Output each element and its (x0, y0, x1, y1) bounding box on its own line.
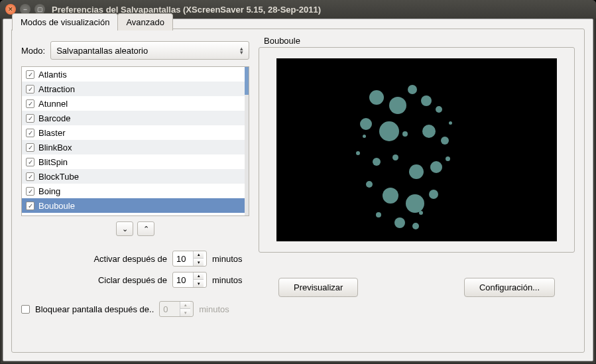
cycle-after-input[interactable] (173, 275, 193, 285)
saver-name: Barcode (38, 113, 70, 123)
saver-checkbox[interactable] (26, 85, 34, 93)
saver-checkbox[interactable] (26, 70, 34, 79)
cycle-after-spinner[interactable]: ▴▾ (172, 272, 207, 288)
list-scrollbar[interactable] (245, 67, 249, 215)
list-item[interactable]: Barcode (22, 111, 249, 125)
cycle-after-label: Ciclar después de (21, 275, 167, 285)
preview-button[interactable]: Previsualizar (278, 278, 358, 297)
saver-checkbox[interactable] (26, 143, 34, 152)
list-item[interactable]: Atunnel (22, 96, 249, 111)
mode-combo[interactable]: Salvapantallas aleatorio ▴▾ (50, 41, 249, 60)
spinner-down-icon[interactable]: ▾ (193, 259, 204, 266)
preview-canvas (276, 58, 557, 241)
lock-checkbox[interactable] (21, 305, 30, 314)
tab-advanced[interactable]: Avanzado (117, 13, 173, 30)
list-up-button[interactable]: ⌃ (137, 221, 154, 236)
cycle-unit: minutos (212, 275, 249, 285)
saver-name: BlitSpin (38, 157, 68, 167)
list-item[interactable]: Blaster (22, 125, 249, 140)
activate-after-label: Activar después de (21, 254, 167, 264)
saver-checkbox[interactable] (26, 129, 34, 137)
tab-display-modes[interactable]: Modos de visualización (12, 13, 118, 30)
saver-name: BlinkBox (38, 143, 72, 152)
saver-checkbox[interactable] (26, 187, 34, 196)
spinner-down-icon: ▾ (180, 309, 190, 316)
saver-name: Boing (38, 186, 60, 196)
saver-name: Blaster (38, 128, 65, 138)
mode-label: Modo: (21, 46, 45, 56)
list-item[interactable]: Boing (22, 184, 249, 198)
saver-name: Bouboule (38, 201, 75, 211)
preview-frame (259, 47, 575, 253)
saver-checkbox[interactable] (26, 114, 34, 123)
activate-after-input[interactable] (173, 254, 193, 264)
lock-after-input (160, 304, 180, 314)
spinner-up-icon[interactable]: ▴ (193, 251, 204, 259)
list-item[interactable]: BlitSpin (22, 154, 249, 169)
lock-label: Bloquear pantalla después de.. (35, 304, 154, 314)
list-down-button[interactable]: ⌄ (116, 221, 133, 236)
saver-name: Atunnel (38, 99, 68, 109)
list-item[interactable]: Bouboule (22, 198, 249, 213)
settings-button[interactable]: Configuración... (464, 278, 555, 297)
saver-checkbox[interactable] (26, 99, 34, 108)
saver-checkbox[interactable] (26, 158, 34, 166)
spinner-up-icon: ▴ (180, 302, 190, 309)
lock-unit: minutos (199, 304, 229, 314)
chevron-up-icon: ⌃ (143, 225, 149, 233)
mode-value: Salvapantallas aleatorio (56, 46, 148, 56)
saver-name: BlockTube (38, 172, 79, 182)
saver-name: Attraction (38, 84, 75, 94)
list-item[interactable]: BlinkBox (22, 140, 249, 154)
preview-title: Bouboule (259, 36, 575, 46)
saver-list[interactable]: AtlantisAttractionAtunnelBarcodeBlasterB… (21, 66, 249, 216)
list-scrollbar-thumb[interactable] (245, 67, 249, 95)
saver-checkbox[interactable] (26, 172, 34, 181)
spinner-up-icon[interactable]: ▴ (193, 273, 204, 280)
list-item[interactable]: Atlantis (22, 67, 249, 82)
lock-after-spinner: ▴▾ (159, 301, 194, 317)
activate-unit: minutos (212, 254, 249, 264)
activate-after-spinner[interactable]: ▴▾ (172, 251, 207, 267)
combo-arrows-icon: ▴▾ (240, 46, 243, 54)
spinner-down-icon[interactable]: ▾ (193, 280, 204, 287)
saver-name: Atlantis (38, 70, 67, 80)
list-item[interactable]: Attraction (22, 82, 249, 96)
chevron-down-icon: ⌄ (122, 225, 128, 233)
saver-checkbox[interactable] (26, 202, 34, 210)
list-item[interactable]: BlockTube (22, 169, 249, 184)
